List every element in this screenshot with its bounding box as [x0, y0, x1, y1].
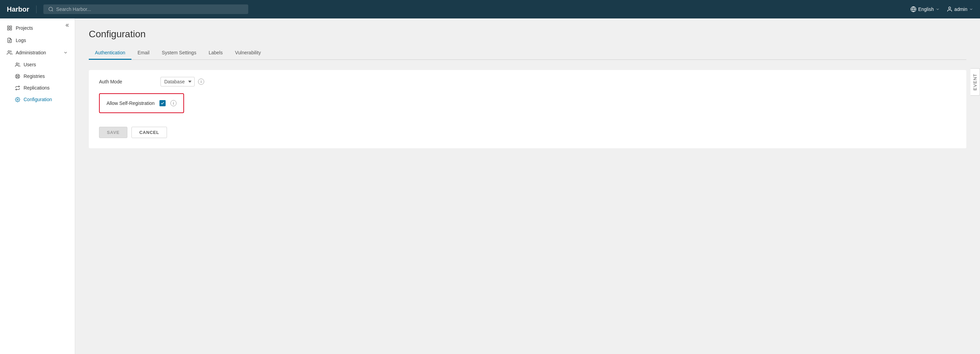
user-menu[interactable]: admin	[947, 6, 973, 12]
registries-icon	[15, 74, 20, 79]
checkmark-icon	[161, 101, 165, 105]
svg-point-19	[17, 99, 18, 100]
sidebar: Projects Logs Administration	[0, 18, 75, 354]
svg-line-15	[16, 75, 17, 76]
svg-rect-7	[10, 29, 12, 30]
search-icon	[48, 6, 54, 12]
search-bar[interactable]: Search Harbor...	[43, 5, 248, 14]
sidebar-label-logs: Logs	[16, 38, 26, 43]
self-registration-box: Allow Self-Registration i	[99, 93, 184, 113]
app-logo: Harbor	[7, 5, 37, 13]
save-button[interactable]: SAVE	[99, 127, 127, 138]
replications-icon	[15, 85, 20, 91]
svg-line-17	[18, 75, 19, 76]
svg-line-16	[18, 77, 19, 78]
logs-icon	[7, 38, 12, 43]
auth-mode-select[interactable]: Database LDAP OIDC	[161, 77, 195, 86]
svg-point-11	[8, 51, 10, 52]
language-selector[interactable]: English	[910, 6, 940, 12]
sidebar-item-administration[interactable]: Administration	[0, 46, 75, 59]
svg-point-0	[49, 7, 52, 11]
sidebar-item-logs[interactable]: Logs	[0, 34, 75, 46]
svg-point-12	[16, 62, 18, 64]
sidebar-item-configuration[interactable]: Configuration	[0, 94, 75, 105]
event-tab[interactable]: EVENT	[970, 69, 980, 96]
sidebar-label-registries: Registries	[24, 73, 45, 79]
tab-system-settings[interactable]: System Settings	[156, 46, 202, 60]
auth-mode-label: Auth Mode	[99, 79, 154, 85]
user-chevron-icon	[969, 7, 973, 11]
nav-right: English admin	[910, 6, 973, 12]
svg-line-18	[16, 77, 17, 78]
sidebar-label-users: Users	[24, 62, 36, 67]
sidebar-item-replications[interactable]: Replications	[0, 82, 75, 94]
sidebar-item-projects[interactable]: Projects	[0, 22, 75, 34]
self-reg-label: Allow Self-Registration	[107, 100, 155, 106]
sidebar-item-users[interactable]: Users	[0, 59, 75, 70]
svg-line-1	[52, 10, 53, 11]
svg-point-14	[17, 75, 18, 77]
admin-icon	[7, 50, 12, 55]
tab-vulnerability[interactable]: Vulnerability	[229, 46, 267, 60]
sidebar-collapse-button[interactable]	[65, 22, 71, 29]
tab-email[interactable]: Email	[132, 46, 156, 60]
self-reg-info-icon[interactable]: i	[170, 100, 177, 106]
sidebar-item-registries[interactable]: Registries	[0, 70, 75, 82]
language-label: English	[918, 6, 934, 12]
top-navigation: Harbor Search Harbor... English admin	[0, 0, 980, 18]
config-content-card: Auth Mode Database LDAP OIDC i Allow Sel…	[89, 70, 966, 148]
main-content: Configuration Authentication Email Syste…	[75, 18, 980, 354]
svg-point-4	[948, 7, 951, 9]
cancel-button[interactable]: CANCEL	[132, 127, 167, 138]
auth-mode-row: Auth Mode Database LDAP OIDC i	[89, 70, 966, 93]
config-tabs: Authentication Email System Settings Lab…	[89, 46, 966, 60]
sidebar-label-replications: Replications	[24, 85, 49, 91]
user-label: admin	[955, 6, 967, 12]
auth-mode-info-icon[interactable]: i	[198, 78, 204, 85]
svg-rect-5	[8, 26, 9, 28]
sidebar-label-projects: Projects	[16, 25, 33, 31]
sidebar-label-administration: Administration	[16, 50, 46, 55]
auth-mode-select-wrapper: Database LDAP OIDC i	[161, 77, 204, 86]
user-icon	[947, 6, 953, 12]
svg-rect-6	[10, 26, 12, 28]
page-title: Configuration	[89, 29, 966, 40]
svg-rect-8	[8, 29, 9, 30]
self-reg-checkbox[interactable]	[159, 100, 165, 106]
search-placeholder: Search Harbor...	[56, 6, 91, 12]
administration-chevron-icon	[63, 50, 68, 55]
tab-labels[interactable]: Labels	[202, 46, 229, 60]
chevron-down-icon	[935, 7, 940, 11]
sidebar-label-configuration: Configuration	[24, 97, 52, 102]
config-icon	[15, 97, 20, 102]
main-layout: Projects Logs Administration	[0, 18, 980, 354]
users-icon	[15, 62, 20, 67]
projects-icon	[7, 25, 12, 31]
button-row: SAVE CANCEL	[89, 120, 966, 148]
globe-icon	[910, 6, 916, 12]
tab-authentication[interactable]: Authentication	[89, 46, 132, 60]
